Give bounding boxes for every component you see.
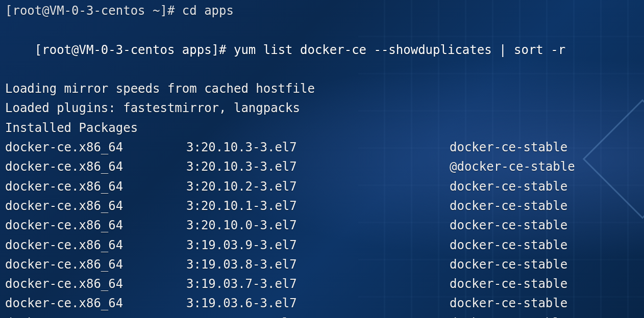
previous-prompt-line: [root@VM-0-3-centos ~]# cd apps: [5, 1, 644, 20]
package-name: docker-ce.x86_64: [5, 235, 186, 255]
package-row: docker-ce.x86_643:20.10.0-3.el7docker-ce…: [5, 216, 644, 235]
package-repo: docker-ce-stable: [450, 138, 567, 157]
package-row: docker-ce.x86_643:20.10.2-3.el7docker-ce…: [5, 177, 644, 196]
package-row: docker-ce.x86_643:19.03.6-3.el7docker-ce…: [5, 294, 644, 313]
output-line: Loaded plugins: fastestmirror, langpacks: [5, 98, 644, 118]
package-name: docker-ce.x86_64: [5, 255, 186, 274]
package-version: 3:20.10.2-3.el7: [186, 177, 450, 196]
package-row: docker-ce.x86_643:20.10.1-3.el7docker-ce…: [5, 196, 644, 216]
package-version: 3:19.03.9-3.el7: [186, 235, 450, 255]
package-list: docker-ce.x86_643:20.10.3-3.el7docker-ce…: [5, 138, 644, 318]
package-name: docker-ce.x86_64: [5, 177, 186, 196]
package-repo: docker-ce-stable: [450, 216, 567, 235]
package-repo: docker-ce-stable: [450, 274, 567, 294]
package-repo: docker-ce-stable: [450, 255, 567, 274]
package-version: 3:19.03.7-3.el7: [186, 274, 450, 294]
package-name: docker-ce.x86_64: [5, 157, 186, 176]
package-version: 3:19.03.8-3.el7: [186, 255, 450, 274]
package-row: docker-ce.x86_643:19.03.5-3.el7docker-ce…: [5, 313, 644, 318]
package-repo: docker-ce-stable: [450, 313, 567, 318]
package-row: docker-ce.x86_643:20.10.3-3.el7@docker-c…: [5, 157, 644, 176]
package-repo: docker-ce-stable: [450, 235, 567, 255]
package-name: docker-ce.x86_64: [5, 294, 186, 313]
package-version: 3:20.10.3-3.el7: [186, 138, 450, 157]
package-repo: docker-ce-stable: [450, 294, 567, 313]
package-repo: docker-ce-stable: [450, 196, 567, 216]
package-version: 3:20.10.0-3.el7: [186, 216, 450, 235]
package-repo: @docker-ce-stable: [450, 157, 575, 176]
package-version: 3:20.10.1-3.el7: [186, 196, 450, 216]
package-name: docker-ce.x86_64: [5, 138, 186, 157]
package-row: docker-ce.x86_643:20.10.3-3.el7docker-ce…: [5, 138, 644, 157]
prompt-line: [root@VM-0-3-centos apps]# yum list dock…: [5, 20, 644, 79]
command-text: yum list docker-ce --showduplicates | so…: [234, 43, 565, 57]
terminal-output[interactable]: [root@VM-0-3-centos ~]# cd apps [root@VM…: [5, 1, 644, 318]
package-name: docker-ce.x86_64: [5, 313, 186, 318]
shell-prompt: [root@VM-0-3-centos apps]#: [35, 43, 234, 57]
package-name: docker-ce.x86_64: [5, 196, 186, 216]
package-name: docker-ce.x86_64: [5, 216, 186, 235]
package-name: docker-ce.x86_64: [5, 274, 186, 294]
package-row: docker-ce.x86_643:19.03.7-3.el7docker-ce…: [5, 274, 644, 294]
output-line: Loading mirror speeds from cached hostfi…: [5, 79, 644, 98]
package-row: docker-ce.x86_643:19.03.9-3.el7docker-ce…: [5, 235, 644, 255]
package-version: 3:19.03.5-3.el7: [186, 313, 450, 318]
package-repo: docker-ce-stable: [450, 177, 567, 196]
package-row: docker-ce.x86_643:19.03.8-3.el7docker-ce…: [5, 255, 644, 274]
output-line: Installed Packages: [5, 118, 644, 138]
package-version: 3:19.03.6-3.el7: [186, 294, 450, 313]
package-version: 3:20.10.3-3.el7: [186, 157, 450, 176]
